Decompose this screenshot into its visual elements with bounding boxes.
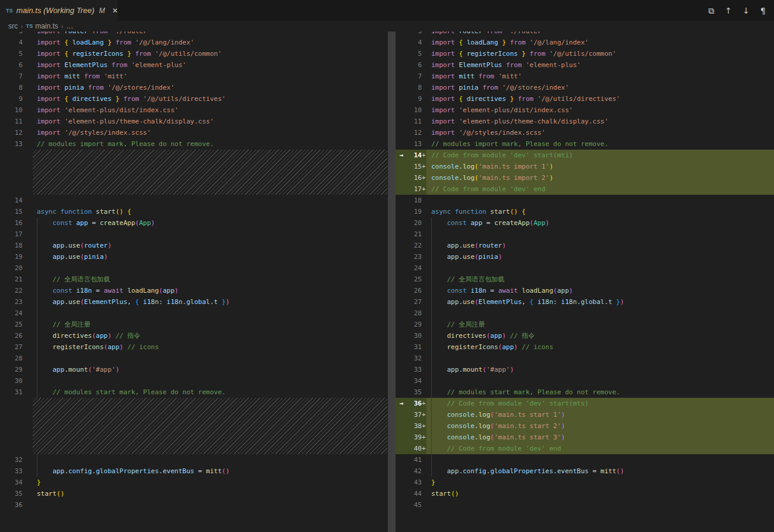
code-line[interactable]: 8import pinia from '/@/stores/index' <box>396 82 774 93</box>
code-line[interactable]: 17+// Code from module 'dev' end <box>396 183 774 195</box>
code-line[interactable]: 3import router from './router' <box>396 31 774 37</box>
code-line[interactable]: 16 const app = createApp(App) <box>0 217 387 229</box>
plus-spacer <box>422 296 427 308</box>
breadcrumb-item-symbol[interactable]: … <box>67 22 74 30</box>
code-line[interactable]: 12import '/@/styles/index.scss' <box>0 127 387 138</box>
code-line[interactable]: 20 const app = createApp(App) <box>396 217 774 229</box>
code-line[interactable]: 9import { directives } from '/@/utils/di… <box>396 93 774 104</box>
code-line[interactable]: 4import { loadLang } from '/@/lang/index… <box>396 37 774 48</box>
code-line[interactable]: 25 // 全局注册 <box>0 319 387 330</box>
code-line[interactable]: 25 // 全局语言包加载 <box>396 274 774 285</box>
code-line[interactable]: 7import mitt from 'mitt' <box>396 71 774 82</box>
code-line[interactable]: 33 app.config.globalProperties.eventBus … <box>0 466 387 477</box>
code-line[interactable]: 11import 'element-plus/theme-chalk/displ… <box>396 116 774 127</box>
code-line[interactable]: 45 <box>396 499 774 511</box>
line-number-text: 26 <box>407 285 422 296</box>
code-line[interactable]: 26 directives(app) // 指令 <box>0 330 387 341</box>
code-text: async function start() { <box>37 206 387 217</box>
code-line[interactable]: 22 const i18n = await loadLang(app) <box>0 285 387 296</box>
code-line[interactable]: 6import ElementPlus from 'element-plus' <box>396 59 774 71</box>
code-line[interactable]: 12import '/@/styles/index.scss' <box>396 127 774 138</box>
code-line[interactable]: →14+// Code from module 'dev' start(mti) <box>396 150 774 161</box>
code-line[interactable]: 38+ console.log('main.ts start 2') <box>396 420 774 432</box>
code-line[interactable]: 26 const i18n = await loadLang(app) <box>396 285 774 296</box>
code-line[interactable]: 14 <box>0 195 387 206</box>
code-line[interactable]: 31 registerIcons(app) // icons <box>396 341 774 353</box>
code-line[interactable]: 10import 'element-plus/dist/index.css' <box>396 104 774 116</box>
code-line[interactable]: 21 // 全局语言包加载 <box>0 274 387 285</box>
code-line[interactable]: 5import { registerIcons } from '/@/utils… <box>0 48 387 59</box>
code-line[interactable]: 13// modules import mark, Please do not … <box>0 138 387 150</box>
code-line[interactable]: 34 <box>396 375 774 387</box>
previous-change-arrow-up-icon[interactable]: ↑ <box>725 7 732 15</box>
code-line[interactable]: 23 app.use(pinia) <box>396 251 774 262</box>
line-number: 20 <box>0 262 23 274</box>
code-line[interactable]: 10import 'element-plus/dist/index.css' <box>0 104 387 116</box>
code-line[interactable]: 28 <box>396 308 774 319</box>
code-line[interactable]: 9import { directives } from '/@/utils/di… <box>0 93 387 104</box>
added-line-plus: + <box>422 183 427 195</box>
code-line[interactable]: 29 app.mount('#app') <box>0 364 387 375</box>
code-line[interactable]: 19 app.use(pinia) <box>0 251 387 262</box>
code-line[interactable]: 20 <box>0 262 387 274</box>
code-line[interactable]: 42 app.config.globalProperties.eventBus … <box>396 466 774 477</box>
code-line[interactable]: 35start() <box>0 488 387 499</box>
code-line[interactable]: 16+console.log('main.ts import 2') <box>396 172 774 183</box>
code-line[interactable]: 30 <box>0 375 387 387</box>
code-line[interactable]: 22 app.use(router) <box>396 240 774 251</box>
line-number-text: 27 <box>0 341 23 353</box>
scrollbar-thumb[interactable] <box>388 31 396 532</box>
code-line[interactable]: 4import { loadLang } from '/@/lang/index… <box>0 37 387 48</box>
code-line[interactable]: 18 app.use(router) <box>0 240 387 251</box>
code-line[interactable]: 34} <box>0 477 387 488</box>
code-line[interactable]: 41 <box>396 454 774 466</box>
code-line[interactable]: 24 <box>396 262 774 274</box>
code-line[interactable]: 5import { registerIcons } from '/@/utils… <box>396 48 774 59</box>
toggle-whitespace-pilcrow-icon[interactable]: ¶ <box>760 7 766 15</box>
code-line[interactable]: 43} <box>396 477 774 488</box>
code-line[interactable]: 33 app.mount('#app') <box>396 364 774 375</box>
code-line[interactable]: 31 // modules start mark, Please do not … <box>0 387 387 398</box>
code-line[interactable]: 13// modules import mark, Please do not … <box>396 138 774 150</box>
code-line[interactable]: 6import ElementPlus from 'element-plus' <box>0 59 387 71</box>
close-tab-icon[interactable]: ✕ <box>112 7 118 15</box>
code-line[interactable]: 27 app.use(ElementPlus, { i18n: i18n.glo… <box>396 296 774 308</box>
code-line[interactable]: 44start() <box>396 488 774 499</box>
code-line[interactable]: 18 <box>396 195 774 206</box>
code-line[interactable]: 29 // 全局注册 <box>396 319 774 330</box>
original-pane[interactable]: 3import router from './router'4import { … <box>0 31 387 532</box>
code-line[interactable]: 36 <box>0 499 387 511</box>
code-line[interactable]: 15+console.log('main.ts import 1') <box>396 161 774 172</box>
code-text: directives(app) // 指令 <box>431 330 774 341</box>
code-line[interactable]: 37+ console.log('main.ts start 1') <box>396 409 774 420</box>
code-line[interactable]: 35 // modules start mark, Please do not … <box>396 387 774 398</box>
code-line[interactable]: 40+ // Code from module 'dev' end <box>396 443 774 454</box>
code-line[interactable]: 11import 'element-plus/theme-chalk/displ… <box>0 116 387 127</box>
code-text: app.use(ElementPlus, { i18n: i18n.global… <box>431 296 774 308</box>
code-line[interactable]: 19async function start() { <box>396 206 774 217</box>
code-line[interactable]: 24 <box>0 308 387 319</box>
code-text: async function start() { <box>431 206 774 217</box>
code-line[interactable]: 32 <box>396 353 774 364</box>
code-line[interactable]: 21 <box>396 229 774 240</box>
modified-pane[interactable]: 3import router from './router'4import { … <box>396 31 774 532</box>
code-line[interactable]: 3import router from './router' <box>0 31 387 37</box>
line-number-text: 43 <box>407 477 422 488</box>
open-changes-icon[interactable]: ⧉ <box>709 7 715 15</box>
code-line[interactable]: 17 <box>0 229 387 240</box>
tab-main-ts[interactable]: TS main.ts (Working Tree) M ✕ <box>0 0 118 21</box>
code-line[interactable]: 23 app.use(ElementPlus, { i18n: i18n.glo… <box>0 296 387 308</box>
breadcrumb-item-main-ts[interactable]: TS main.ts <box>26 22 58 30</box>
code-line[interactable]: 27 registerIcons(app) // icons <box>0 341 387 353</box>
code-line[interactable]: 7import mitt from 'mitt' <box>0 71 387 82</box>
breadcrumb-item-src[interactable]: src <box>8 22 18 30</box>
code-line[interactable]: 32 <box>0 454 387 466</box>
next-change-arrow-down-icon[interactable]: ↓ <box>743 7 750 15</box>
code-line[interactable]: →36+ // Code from module 'dev' start(mts… <box>396 398 774 409</box>
code-line[interactable]: 15async function start() { <box>0 206 387 217</box>
code-line[interactable]: 39+ console.log('main.ts start 3') <box>396 432 774 443</box>
code-line[interactable]: 8import pinia from '/@/stores/index' <box>0 82 387 93</box>
code-line[interactable]: 30 directives(app) // 指令 <box>396 330 774 341</box>
plus-spacer <box>422 387 427 398</box>
code-line[interactable]: 28 <box>0 353 387 364</box>
